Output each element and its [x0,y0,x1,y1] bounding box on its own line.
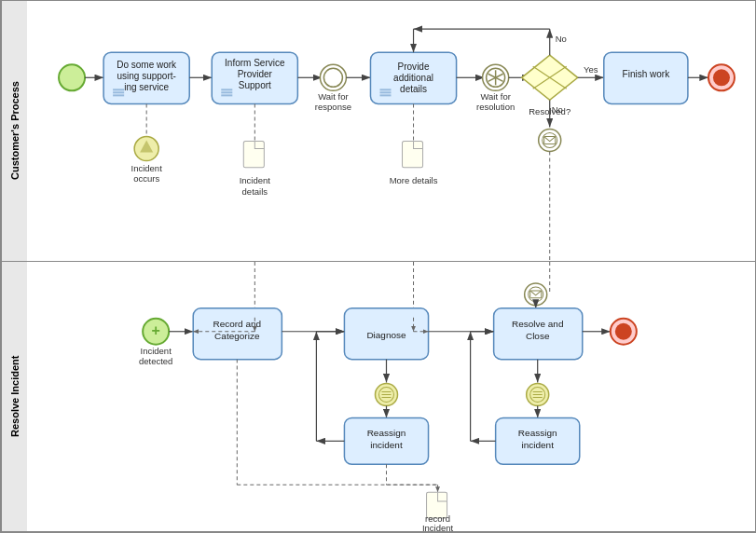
yes-label: Yes [584,64,598,75]
task4-label1: Finish work [623,69,671,79]
diagram-container: Customer's Process [0,0,756,533]
start-event [59,64,85,90]
bottom-end-inner [615,323,632,340]
svg-rect-3 [113,94,124,96]
svg-rect-11 [379,89,391,90]
bottom-lane: Resolve Incident + Incident detected [1,262,755,532]
bottom-lane-label: Resolve Incident [1,262,27,531]
bottom-lane-content: + Incident detected Record and Categoriz… [27,262,755,531]
bottom-lane-svg: + Incident detected Record and Categoriz… [27,262,755,531]
rec-label2: Categorize [214,331,260,341]
incident-detected-label1: Incident [141,346,172,356]
wait-resolution-label1: Wait for [480,91,511,102]
task3-label3: details [400,84,427,94]
wait-resolution-label2: resolution [476,102,515,112]
svg-rect-5 [113,89,124,90]
top-lane-svg: Do some work using support- ing service … [27,1,755,261]
svg-rect-6 [221,94,232,96]
top-lane-label: Customer's Process [1,1,27,261]
no-down-label: No [552,104,563,115]
incident-details-label1: Incident [240,175,271,185]
reassign1-label2: incident [370,440,403,450]
more-details-label: More details [390,175,438,185]
resolve-label2: Close [526,331,550,341]
no-top-label: No [556,34,567,44]
incident-record-label2: record [425,513,450,524]
reassign1-label1: Reassign [367,428,406,438]
task1-label3: ing service [124,82,169,92]
top-end-inner [713,69,730,86]
incident-occurs-label2: occurs [133,173,159,184]
rec-label1: Record and [213,319,261,329]
incident-record-label1: Incident [422,523,454,531]
task2-label3: Support [239,80,271,90]
task3-label1: Provide [398,62,430,72]
svg-rect-7 [221,91,232,93]
svg-rect-10 [379,91,391,93]
task2-label2: Provider [238,69,273,79]
task1-label: Do some work [117,60,177,70]
incident-detected-label2: detected [139,356,172,366]
wait-response-label2: response [315,102,351,112]
doc-icon-mid [403,142,423,168]
task2-label1: Inform Service [225,58,285,68]
plus-icon: + [152,322,160,338]
resolve-label1: Resolve and [512,319,564,329]
svg-rect-8 [221,89,232,90]
reassign2-label2: incident [521,440,554,450]
svg-rect-4 [113,91,124,93]
incident-occurs-label: Incident [131,163,163,173]
reassign2-label1: Reassign [518,428,557,438]
diag-label: Diagnose [366,330,406,340]
doc-icon-top [243,142,264,168]
top-lane-content: Do some work using support- ing service … [27,1,755,261]
incident-details-label2: details [242,186,268,197]
task3-label2: additional [393,73,433,83]
top-lane: Customer's Process [1,1,755,262]
task1-label2: using support- [117,71,175,81]
svg-rect-9 [379,94,391,96]
wait-response-label1: Wait for [318,91,349,102]
